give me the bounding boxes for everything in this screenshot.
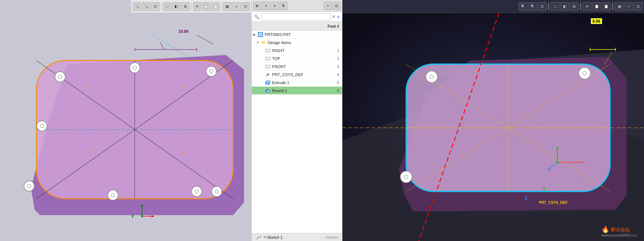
tree-cols-btn[interactable]: ≡ xyxy=(262,2,270,10)
expand-arrow[interactable]: ▶ xyxy=(253,33,258,36)
svg-point-15 xyxy=(37,121,47,131)
extrude-label: Extrude 1 xyxy=(272,80,337,85)
right-y-axis: Y xyxy=(543,187,546,192)
svg-line-31 xyxy=(197,35,213,44)
view-btn3[interactable]: ⊞ xyxy=(181,2,189,11)
svg-text:+: + xyxy=(89,146,93,153)
view-btn2[interactable]: ◧ xyxy=(172,2,180,11)
r-view-btn3[interactable]: ⊞ xyxy=(570,2,578,11)
svg-line-4 xyxy=(36,60,233,199)
sketch-label: Sketch 1 xyxy=(267,235,296,240)
folder-expand-arrow[interactable]: ▼ xyxy=(256,41,260,44)
tree-extra-btn[interactable]: ⊡ xyxy=(333,2,341,10)
paste-btn[interactable]: 📋 xyxy=(211,2,220,11)
zoom-fit-btn[interactable]: ⊡ xyxy=(151,2,160,11)
tree-item-extrude[interactable]: Extrude 1 5 xyxy=(252,79,342,87)
left-y-axis-label: Y xyxy=(131,214,134,219)
svg-marker-56 xyxy=(342,86,644,241)
svg-marker-0 xyxy=(31,55,244,215)
svg-point-21 xyxy=(192,186,202,197)
tree-item-sketch[interactable]: ✱ Sketch 1 <None> xyxy=(252,233,342,241)
csys-label-text: PRT_CSYS_DEF xyxy=(539,201,568,205)
right-viewport[interactable]: 🔍 🔍 ⊡ □ ◧ ⊞ ⟳ 📋 📋 ▦ » ⊡ xyxy=(342,0,644,241)
flame-icon: 🔥 xyxy=(601,226,609,233)
svg-point-10 xyxy=(209,70,213,73)
plane-icon-top xyxy=(265,56,271,62)
watermark: 🔥 野火论坛 www.proewildfire.cn xyxy=(601,225,637,237)
svg-rect-55 xyxy=(342,13,644,241)
svg-text:+: + xyxy=(87,83,91,89)
r-grid-btn[interactable]: ▦ xyxy=(615,2,624,11)
tree-item-csys[interactable]: PRT_CSYS_DEF 4 xyxy=(252,71,342,79)
tree-item-right[interactable]: RIGHT 1 xyxy=(252,47,342,55)
svg-point-12 xyxy=(215,190,219,193)
grid-btn[interactable]: ▦ xyxy=(223,2,231,11)
rotate-btn[interactable]: ⟳ xyxy=(193,2,201,11)
r-view-btn1[interactable]: □ xyxy=(551,2,559,11)
tree-cols-btn2[interactable]: ≡ xyxy=(271,2,279,10)
sep1 xyxy=(161,3,161,10)
tree-sort-btn[interactable]: ⇅ xyxy=(279,2,287,10)
sketch-icon xyxy=(256,234,262,240)
view-btn1[interactable]: □ xyxy=(163,2,171,11)
r-zoom-fit-btn[interactable]: ⊡ xyxy=(538,2,546,11)
sep2 xyxy=(191,3,192,10)
search-close-btn[interactable]: ✕ xyxy=(332,14,335,19)
search-add-btn[interactable]: + xyxy=(337,14,340,20)
svg-point-69 xyxy=(579,67,590,79)
r-copy-btn[interactable]: 📋 xyxy=(592,2,601,11)
front-plane-label: FRONT xyxy=(272,64,337,69)
svg-line-62 xyxy=(419,13,499,241)
svg-marker-36 xyxy=(152,215,154,217)
round-label: Round 1 xyxy=(272,88,337,93)
left-viewport[interactable]: 🔍 🔍 ⊡ □ ◧ ⊞ ⟳ 📋 📋 ▦ » ⊡ xyxy=(0,0,251,241)
zoom-in-btn[interactable]: 🔍 xyxy=(142,2,150,11)
svg-point-7 xyxy=(130,63,140,73)
r-more-btn[interactable]: » xyxy=(624,2,633,11)
svg-point-79 xyxy=(556,161,558,163)
r-paste-btn[interactable]: 📋 xyxy=(602,2,610,11)
svg-point-14 xyxy=(111,193,115,197)
r-zoom-in-btn[interactable]: 🔍 xyxy=(528,2,537,11)
sep3 xyxy=(221,3,221,10)
r-view-btn2[interactable]: ◧ xyxy=(560,2,569,11)
tree-more-btn[interactable]: » xyxy=(324,2,332,10)
svg-marker-76 xyxy=(556,146,558,149)
top-num: 2 xyxy=(337,56,339,61)
search-bar: 🔍 ✕ + xyxy=(252,12,342,22)
model-tree-panel: ⊞ ≡ ≡ ⇅ » ⊡ 🔍 ✕ + Feat # ▶ PRT0003.PRT xyxy=(251,0,342,241)
right-toolbar: 🔍 🔍 ⊡ □ ◧ ⊞ ⟳ 📋 📋 ▦ » ⊡ xyxy=(342,0,644,13)
tree-item-root[interactable]: ▶ PRT0003.PRT xyxy=(252,31,342,39)
svg-marker-58 xyxy=(399,57,627,212)
search-input[interactable] xyxy=(261,13,330,20)
tree-item-design-items[interactable]: ▼ 📁 Design Items xyxy=(252,39,342,47)
svg-text:+: + xyxy=(180,150,184,156)
r-rotate-btn[interactable]: ⟳ xyxy=(583,2,592,11)
extra-btn[interactable]: ⊡ xyxy=(242,2,250,11)
svg-point-20 xyxy=(27,184,31,188)
svg-line-30 xyxy=(153,35,197,62)
more-btn[interactable]: » xyxy=(232,2,241,11)
svg-rect-39 xyxy=(259,33,262,36)
r-extra-btn[interactable]: ⊡ xyxy=(634,2,643,11)
svg-point-18 xyxy=(58,75,62,79)
tree-container[interactable]: ▶ PRT0003.PRT ▼ 📁 Design Items xyxy=(252,31,342,233)
tree-item-round[interactable]: Round 1 6 xyxy=(252,87,342,95)
svg-point-68 xyxy=(430,75,433,79)
svg-rect-59 xyxy=(406,64,610,191)
svg-point-17 xyxy=(55,72,65,82)
r-zoom-out-btn[interactable]: 🔍 xyxy=(519,2,527,11)
tree-item-top[interactable]: TOP 2 xyxy=(252,55,342,63)
copy-btn[interactable]: 📋 xyxy=(202,2,211,11)
svg-point-37 xyxy=(141,215,143,217)
right-z-axis: Z xyxy=(525,196,527,201)
tree-filter-btn[interactable]: ⊞ xyxy=(253,2,261,10)
plane-icon-front xyxy=(265,64,271,70)
csys-num: 4 xyxy=(337,72,339,77)
tree-item-front[interactable]: FRONT 3 xyxy=(252,63,342,71)
feat-header-label: Feat # xyxy=(327,24,339,28)
svg-point-9 xyxy=(206,66,216,76)
zoom-out-btn[interactable]: 🔍 xyxy=(133,2,141,11)
watermark-text: 野火论坛 xyxy=(611,227,630,233)
svg-point-16 xyxy=(40,124,44,128)
